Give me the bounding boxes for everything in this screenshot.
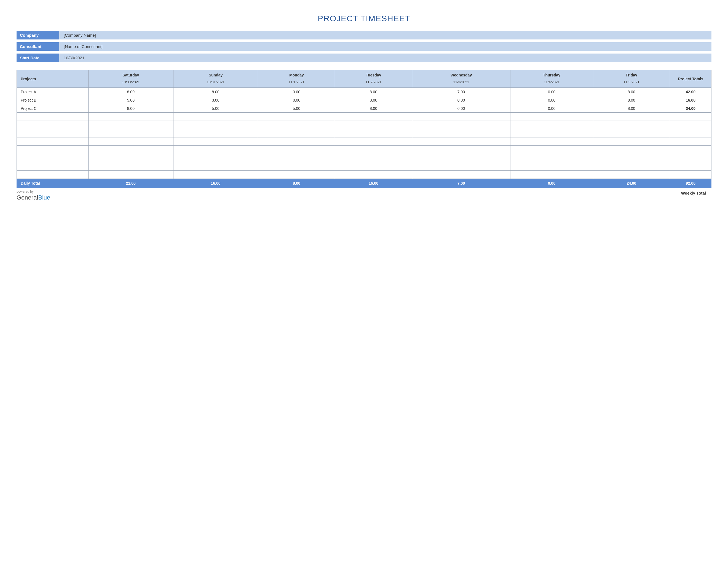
hours-cell[interactable] (510, 146, 593, 154)
hours-cell[interactable] (258, 170, 335, 179)
hours-cell[interactable]: 0.00 (510, 96, 593, 104)
hours-cell[interactable] (89, 162, 173, 170)
hours-cell[interactable]: 5.00 (89, 96, 173, 104)
hours-cell[interactable] (510, 162, 593, 170)
hours-cell[interactable]: 5.00 (173, 104, 258, 113)
hours-cell[interactable]: 8.00 (89, 88, 173, 96)
hours-cell[interactable] (335, 137, 412, 146)
daily-total-cell: 7.00 (412, 179, 510, 188)
hours-cell[interactable] (173, 113, 258, 121)
project-total-cell: 16.00 (670, 96, 711, 104)
company-label: Company (17, 31, 59, 39)
hours-cell[interactable]: 0.00 (510, 104, 593, 113)
consultant-value[interactable]: [Name of Consultant] (59, 42, 711, 51)
hours-cell[interactable] (258, 137, 335, 146)
hours-cell[interactable]: 0.00 (412, 104, 510, 113)
company-value[interactable]: [Company Name] (59, 31, 711, 39)
hours-cell[interactable] (335, 170, 412, 179)
hours-cell[interactable] (89, 170, 173, 179)
hours-cell[interactable] (412, 154, 510, 162)
hours-cell[interactable]: 8.00 (173, 88, 258, 96)
project-name-cell[interactable] (17, 154, 89, 162)
hours-cell[interactable]: 5.00 (258, 104, 335, 113)
hours-cell[interactable] (258, 129, 335, 137)
daily-total-cell: 24.00 (593, 179, 670, 188)
table-row (17, 162, 711, 170)
hours-cell[interactable]: 8.00 (593, 96, 670, 104)
weekly-total-cell: 92.00 (670, 179, 711, 188)
hours-cell[interactable] (412, 113, 510, 121)
hours-cell[interactable] (173, 154, 258, 162)
project-name-cell[interactable] (17, 137, 89, 146)
hours-cell[interactable] (173, 129, 258, 137)
hours-cell[interactable] (258, 154, 335, 162)
hours-cell[interactable]: 0.00 (335, 96, 412, 104)
hours-cell[interactable] (335, 113, 412, 121)
hours-cell[interactable] (412, 129, 510, 137)
hours-cell[interactable] (335, 154, 412, 162)
hours-cell[interactable] (593, 170, 670, 179)
hours-cell[interactable] (89, 137, 173, 146)
hours-cell[interactable]: 0.00 (258, 96, 335, 104)
hours-cell[interactable]: 8.00 (593, 88, 670, 96)
weekly-total-label: Weekly Total (681, 191, 706, 195)
project-total-cell (670, 162, 711, 170)
hours-cell[interactable]: 0.00 (510, 88, 593, 96)
project-name-cell[interactable]: Project C (17, 104, 89, 113)
hours-cell[interactable]: 8.00 (593, 104, 670, 113)
project-name-cell[interactable]: Project B (17, 96, 89, 104)
hours-cell[interactable] (593, 137, 670, 146)
hours-cell[interactable] (510, 113, 593, 121)
project-name-cell[interactable] (17, 170, 89, 179)
hours-cell[interactable] (173, 146, 258, 154)
hours-cell[interactable] (173, 170, 258, 179)
hours-cell[interactable] (412, 137, 510, 146)
hours-cell[interactable] (89, 146, 173, 154)
hours-cell[interactable] (258, 162, 335, 170)
hours-cell[interactable] (510, 154, 593, 162)
hours-cell[interactable] (593, 162, 670, 170)
hours-cell[interactable] (593, 121, 670, 129)
table-row (17, 113, 711, 121)
hours-cell[interactable] (89, 113, 173, 121)
hours-cell[interactable] (593, 129, 670, 137)
hours-cell[interactable]: 8.00 (89, 104, 173, 113)
hours-cell[interactable] (258, 146, 335, 154)
hours-cell[interactable] (412, 162, 510, 170)
hours-cell[interactable] (335, 129, 412, 137)
hours-cell[interactable] (510, 170, 593, 179)
hours-cell[interactable]: 3.00 (173, 96, 258, 104)
hours-cell[interactable] (173, 121, 258, 129)
project-name-cell[interactable] (17, 129, 89, 137)
hours-cell[interactable]: 3.00 (258, 88, 335, 96)
hours-cell[interactable] (510, 121, 593, 129)
hours-cell[interactable]: 0.00 (412, 96, 510, 104)
startdate-value[interactable]: 10/30/2021 (59, 54, 711, 62)
hours-cell[interactable]: 8.00 (335, 88, 412, 96)
hours-cell[interactable] (593, 154, 670, 162)
hours-cell[interactable] (335, 121, 412, 129)
hours-cell[interactable]: 7.00 (412, 88, 510, 96)
project-name-cell[interactable]: Project A (17, 88, 89, 96)
hours-cell[interactable] (335, 162, 412, 170)
hours-cell[interactable] (258, 113, 335, 121)
hours-cell[interactable] (89, 154, 173, 162)
hours-cell[interactable] (593, 146, 670, 154)
hours-cell[interactable] (412, 146, 510, 154)
project-name-cell[interactable] (17, 146, 89, 154)
hours-cell[interactable] (173, 137, 258, 146)
hours-cell[interactable] (510, 137, 593, 146)
hours-cell[interactable] (258, 121, 335, 129)
hours-cell[interactable] (173, 162, 258, 170)
hours-cell[interactable] (89, 129, 173, 137)
hours-cell[interactable] (412, 121, 510, 129)
project-name-cell[interactable] (17, 121, 89, 129)
project-name-cell[interactable] (17, 113, 89, 121)
hours-cell[interactable] (593, 113, 670, 121)
hours-cell[interactable] (412, 170, 510, 179)
hours-cell[interactable] (510, 129, 593, 137)
hours-cell[interactable] (335, 146, 412, 154)
hours-cell[interactable] (89, 121, 173, 129)
project-name-cell[interactable] (17, 162, 89, 170)
hours-cell[interactable]: 8.00 (335, 104, 412, 113)
